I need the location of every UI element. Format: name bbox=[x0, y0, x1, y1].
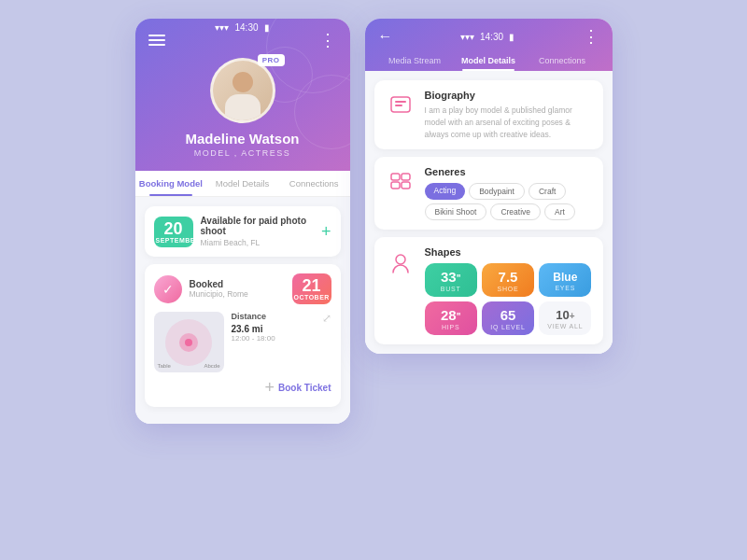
map-dot bbox=[185, 339, 192, 346]
shapes-icon bbox=[386, 246, 416, 276]
biography-icon bbox=[386, 90, 416, 119]
booking-location: Miami Beach, FL bbox=[201, 238, 314, 247]
header-top: ▾▾▾ 14:30 ▮ ⋮ bbox=[148, 30, 337, 50]
tag-creative[interactable]: Creative bbox=[490, 203, 541, 220]
avatar-circle bbox=[210, 58, 275, 123]
shape-iq-value: 65 bbox=[500, 308, 516, 322]
tags-row-2: Bikini Shoot Creative Art bbox=[425, 203, 575, 220]
map-row: Table Abcde Distance 23.6 mi 12:00 - 18:… bbox=[154, 312, 331, 372]
biography-card: Biography I am a play boy model & publis… bbox=[374, 80, 603, 149]
add-ticket-button[interactable]: + bbox=[264, 378, 275, 398]
tag-art[interactable]: Art bbox=[544, 203, 575, 220]
svg-rect-2 bbox=[395, 105, 402, 106]
genres-content: Generes Acting Bodypaint Craft Bikini Sh… bbox=[425, 166, 575, 220]
expand-icon[interactable]: ⤢ bbox=[322, 312, 331, 325]
booking-day: 20 bbox=[156, 220, 191, 237]
right-body: Biography I am a play boy model & publis… bbox=[365, 71, 613, 354]
map-label-2: Abcde bbox=[204, 363, 219, 369]
tab-connections-left[interactable]: Connections bbox=[278, 171, 350, 196]
add-booking-button[interactable]: + bbox=[321, 222, 331, 242]
date-badge-october: 21 OCTOBER bbox=[292, 273, 331, 304]
booking-card: 20 SEPTEMBER Available for paid photo sh… bbox=[145, 206, 341, 257]
shapes-title: Shapes bbox=[425, 246, 592, 258]
app-container: ▾▾▾ 14:30 ▮ ⋮ PRO Madeline Watson bbox=[0, 0, 747, 560]
biography-text-wrap: Biography I am a play boy model & publis… bbox=[425, 90, 592, 140]
tab-model-details-right[interactable]: Model Details bbox=[452, 50, 526, 71]
date-badge-september: 20 SEPTEMBER bbox=[154, 217, 193, 247]
tab-model-details-left[interactable]: Model Details bbox=[206, 171, 278, 196]
booking-title: Available for paid photo shoot bbox=[201, 216, 314, 236]
pro-badge: PRO bbox=[258, 54, 285, 66]
left-tabs: Booking Model Model Details Connections bbox=[135, 171, 350, 197]
map-labels: Table Abcde bbox=[158, 363, 220, 369]
shape-hips-label: HIPS bbox=[442, 324, 460, 330]
right-status-bar: ▾▾▾ 14:30 ▮ bbox=[460, 32, 514, 42]
map-radius-outer bbox=[165, 319, 212, 366]
tab-booking-model[interactable]: Booking Model bbox=[135, 171, 207, 196]
right-battery-icon: ▮ bbox=[509, 32, 514, 42]
booked-title: Booked bbox=[190, 279, 285, 289]
right-time-display: 14:30 bbox=[480, 32, 503, 42]
distance-time: 12:00 - 18:00 bbox=[232, 334, 315, 343]
book-ticket-button[interactable]: Book Ticket bbox=[278, 383, 331, 393]
booked-month: OCTOBER bbox=[294, 294, 330, 301]
tab-connections-right[interactable]: Connections bbox=[526, 50, 599, 71]
svg-rect-5 bbox=[391, 182, 400, 189]
svg-rect-3 bbox=[391, 174, 400, 180]
shape-shoe[interactable]: 7.5 SHOE bbox=[482, 263, 534, 297]
biography-title: Biography bbox=[425, 90, 592, 101]
genres-title: Generes bbox=[425, 166, 575, 177]
map-thumbnail: Table Abcde bbox=[154, 312, 224, 372]
svg-rect-4 bbox=[402, 174, 410, 180]
tag-bikini-shoot[interactable]: Bikini Shoot bbox=[425, 203, 487, 220]
booked-card: ✓ Booked Municipio, Rome 21 OCTOBER bbox=[145, 264, 341, 407]
shape-shoe-label: SHOE bbox=[497, 286, 518, 292]
avatar-body bbox=[225, 94, 261, 123]
shape-viewall-label: View All bbox=[547, 323, 583, 329]
profile-name: Madeline Watson bbox=[186, 131, 300, 147]
booking-info: Available for paid photo shoot Miami Bea… bbox=[201, 216, 314, 247]
tag-craft[interactable]: Craft bbox=[529, 183, 566, 200]
avatar-head bbox=[233, 72, 253, 92]
map-label-1: Table bbox=[158, 363, 171, 369]
right-more-options-button[interactable]: ⋮ bbox=[583, 26, 599, 47]
shape-eyes-label: EYES bbox=[555, 285, 575, 291]
right-header-top: ← ▾▾▾ 14:30 ▮ ⋮ bbox=[378, 26, 599, 47]
more-options-button[interactable]: ⋮ bbox=[319, 30, 337, 50]
svg-point-7 bbox=[396, 255, 405, 264]
shape-viewall-value: 10+ bbox=[556, 309, 574, 321]
shape-bust[interactable]: 33" BUST bbox=[425, 263, 477, 297]
shape-hips-value: 28" bbox=[441, 308, 460, 322]
left-body: 20 SEPTEMBER Available for paid photo sh… bbox=[135, 197, 350, 424]
tag-bodypaint[interactable]: Bodypaint bbox=[469, 183, 525, 200]
distance-label: Distance bbox=[232, 312, 315, 321]
left-panel: ▾▾▾ 14:30 ▮ ⋮ PRO Madeline Watson bbox=[135, 19, 350, 424]
signal-icon: ▾▾▾ bbox=[215, 22, 229, 33]
distance-info: Distance 23.6 mi 12:00 - 18:00 bbox=[232, 312, 315, 343]
biography-text: I am a play boy model & published glamor… bbox=[425, 105, 592, 140]
shape-view-all[interactable]: 10+ View All bbox=[539, 301, 591, 335]
right-panel: ← ▾▾▾ 14:30 ▮ ⋮ Media Stream Model Detai… bbox=[365, 19, 613, 354]
shape-bust-value: 33" bbox=[441, 270, 460, 284]
booking-month: SEPTEMBER bbox=[156, 237, 191, 244]
profile-subtitle: MODEL , ACTRESS bbox=[194, 148, 291, 158]
status-bar: ▾▾▾ 14:30 ▮ bbox=[215, 22, 269, 33]
genres-card: Generes Acting Bodypaint Craft Bikini Sh… bbox=[374, 157, 603, 230]
booked-location: Municipio, Rome bbox=[190, 289, 285, 299]
tag-acting[interactable]: Acting bbox=[425, 183, 466, 200]
booked-day: 21 bbox=[294, 277, 330, 294]
avatar: PRO bbox=[210, 58, 275, 123]
right-tabs: Media Stream Model Details Connections bbox=[378, 50, 599, 71]
shape-iq[interactable]: 65 IQ LEVEL bbox=[482, 301, 534, 335]
booked-info: Booked Municipio, Rome bbox=[190, 279, 285, 299]
left-header: ▾▾▾ 14:30 ▮ ⋮ PRO Madeline Watson bbox=[135, 19, 350, 171]
shapes-grid: 33" BUST 7.5 SHOE Blue EYES 28" bbox=[425, 263, 592, 335]
shape-iq-label: IQ LEVEL bbox=[490, 324, 526, 330]
shape-eyes[interactable]: Blue EYES bbox=[539, 263, 591, 297]
back-button[interactable]: ← bbox=[378, 28, 393, 45]
right-header: ← ▾▾▾ 14:30 ▮ ⋮ Media Stream Model Detai… bbox=[365, 19, 613, 71]
battery-icon: ▮ bbox=[264, 22, 270, 33]
shape-hips[interactable]: 28" HIPS bbox=[425, 301, 477, 335]
menu-icon[interactable] bbox=[148, 35, 165, 46]
tab-media-stream[interactable]: Media Stream bbox=[378, 50, 452, 71]
